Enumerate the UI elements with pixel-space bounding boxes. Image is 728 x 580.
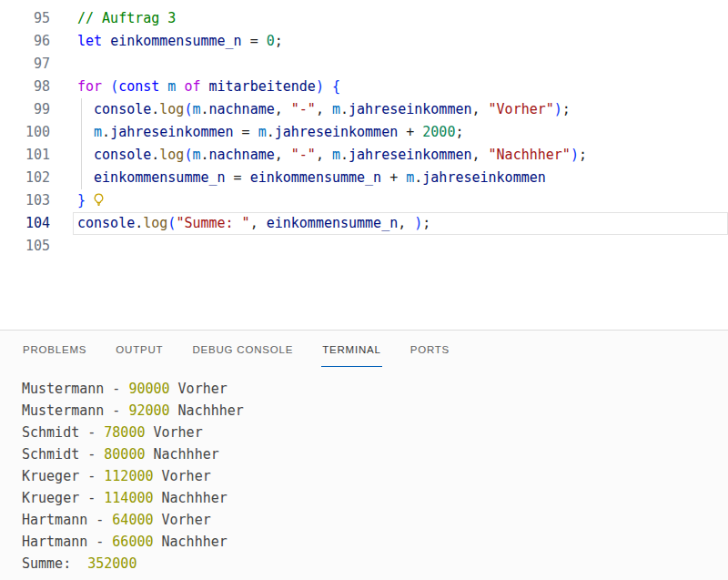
tk-var: einkommensumme_n bbox=[110, 33, 242, 49]
code-line[interactable]: 96let einkommensumme_n = 0; bbox=[0, 30, 728, 53]
bottom-panel: PROBLEMSOUTPUTDEBUG CONSOLETERMINALPORTS… bbox=[0, 330, 728, 580]
token: . bbox=[102, 124, 110, 140]
tk-var: nachname bbox=[209, 101, 275, 117]
token: . bbox=[200, 101, 208, 117]
token: , bbox=[316, 147, 332, 163]
line-number: 99 bbox=[0, 98, 50, 121]
tk-var: jahreseinkommen bbox=[110, 124, 233, 140]
token: . bbox=[200, 147, 208, 163]
code-line[interactable]: 97 bbox=[0, 53, 728, 76]
tk-fn: log bbox=[159, 101, 184, 117]
terminal-line: Schmidt - 80000 Nachhher bbox=[22, 443, 728, 465]
code-editor[interactable]: 9495// Auftrag 396let einkommensumme_n =… bbox=[0, 0, 728, 330]
tl-num: 80000 bbox=[104, 446, 145, 463]
code-text: einkommensumme_n = einkommensumme_n + m.… bbox=[77, 167, 546, 189]
code-text: console.log("Summe: ", einkommensumme_n,… bbox=[77, 212, 430, 235]
token: Hartmann - bbox=[22, 534, 112, 550]
token: = bbox=[226, 169, 250, 186]
tk-ctrl: of bbox=[184, 78, 200, 95]
terminal-output[interactable]: Mustermann - 90000 VorherMustermann - 92… bbox=[0, 367, 728, 575]
tk-br: ) bbox=[316, 78, 324, 95]
token: + bbox=[381, 169, 406, 186]
tab-debug-console[interactable]: DEBUG CONSOLE bbox=[191, 331, 294, 367]
token: = bbox=[242, 33, 267, 49]
terminal-line: Krueger - 114000 Nachhher bbox=[22, 487, 728, 509]
tab-terminal[interactable]: TERMINAL bbox=[321, 331, 382, 367]
token: Nachhher bbox=[154, 490, 228, 506]
token: . bbox=[267, 124, 275, 140]
code-line[interactable]: 95// Auftrag 3 bbox=[0, 7, 728, 30]
tk-cvar: m bbox=[406, 169, 414, 186]
token: Hartmann - bbox=[22, 512, 112, 528]
token: Nachhher bbox=[154, 534, 228, 550]
token: , bbox=[398, 215, 414, 231]
code-text: } bbox=[77, 189, 106, 212]
terminal-line: Hartmann - 66000 Nachhher bbox=[22, 531, 728, 553]
token: . bbox=[151, 147, 159, 163]
token: , bbox=[275, 101, 291, 117]
token bbox=[200, 78, 208, 95]
tab-output[interactable]: OUTPUT bbox=[115, 331, 164, 367]
tk-var: jahreseinkommen bbox=[349, 101, 471, 117]
token: Mustermann - bbox=[22, 381, 128, 397]
tk-str: "-" bbox=[291, 147, 316, 163]
code-line[interactable]: 94 bbox=[0, 0, 728, 7]
tk-br: { bbox=[332, 78, 340, 95]
tk-str: "Nachhher" bbox=[489, 147, 571, 163]
tk-cvar: m bbox=[332, 147, 340, 163]
tl-num: 78000 bbox=[104, 424, 145, 441]
editor-lines: 9495// Auftrag 396let einkommensumme_n =… bbox=[0, 0, 728, 258]
token: Vorher bbox=[154, 512, 211, 528]
code-text: console.log(m.nachname, "-", m.jahresein… bbox=[77, 98, 571, 121]
code-line[interactable]: 104console.log("Summe: ", einkommensumme… bbox=[0, 212, 728, 235]
tk-var: nachname bbox=[209, 147, 275, 163]
code-line[interactable]: 99 console.log(m.nachname, "-", m.jahres… bbox=[0, 98, 728, 121]
token: Nachhher bbox=[170, 402, 244, 419]
lightbulb-icon[interactable] bbox=[92, 192, 106, 207]
token bbox=[159, 78, 167, 95]
tk-br: ) bbox=[414, 215, 422, 231]
tl-num: 114000 bbox=[104, 490, 153, 506]
line-number: 97 bbox=[0, 53, 50, 76]
token: . bbox=[340, 101, 349, 117]
code-text: // Auftrag 3 bbox=[77, 7, 176, 30]
tk-fn: log bbox=[159, 147, 184, 163]
tk-kw: const bbox=[118, 78, 159, 95]
token bbox=[324, 78, 332, 95]
code-text: console.log(m.nachname, "-", m.jahresein… bbox=[77, 144, 587, 167]
token bbox=[102, 78, 110, 95]
tab-ports[interactable]: PORTS bbox=[410, 331, 450, 367]
tk-kw: let bbox=[77, 33, 102, 49]
code-line[interactable]: 102 einkommensumme_n = einkommensumme_n … bbox=[0, 167, 728, 189]
code-line[interactable]: 100 m.jahreseinkommen = m.jahreseinkomme… bbox=[0, 121, 728, 144]
token: Krueger - bbox=[22, 490, 104, 506]
tl-num: 112000 bbox=[104, 468, 153, 484]
tab-problems[interactable]: PROBLEMS bbox=[22, 331, 87, 367]
tk-br: ) bbox=[571, 147, 579, 163]
tk-br: ( bbox=[110, 78, 118, 95]
token: ; bbox=[422, 215, 430, 231]
code-line[interactable]: 103} bbox=[0, 189, 728, 212]
line-number: 102 bbox=[0, 167, 50, 189]
token: , bbox=[472, 147, 489, 163]
code-line[interactable]: 101 console.log(m.nachname, "-", m.jahre… bbox=[0, 144, 728, 167]
token: Vorher bbox=[170, 381, 228, 397]
code-text: m.jahreseinkommen = m.jahreseinkommen + … bbox=[77, 121, 463, 144]
code-line[interactable]: 105 bbox=[0, 235, 728, 258]
token bbox=[102, 33, 110, 49]
code-text: let einkommensumme_n = 0; bbox=[77, 30, 283, 53]
code-line[interactable]: 98for (const m of mitarbeitende) { bbox=[0, 76, 728, 98]
code-text: for (const m of mitarbeitende) { bbox=[77, 76, 340, 98]
token: , bbox=[316, 101, 332, 117]
token: Schmidt - bbox=[22, 446, 104, 463]
token: . bbox=[135, 215, 143, 231]
line-number: 100 bbox=[0, 121, 50, 144]
line-number: 103 bbox=[0, 189, 50, 212]
token: , bbox=[275, 147, 291, 163]
tk-fn: log bbox=[143, 215, 167, 231]
tl-num: 90000 bbox=[128, 381, 169, 397]
token: . bbox=[414, 169, 422, 186]
tl-num: 66000 bbox=[112, 534, 153, 550]
token: Mustermann - bbox=[22, 402, 128, 419]
tk-var: jahreseinkommen bbox=[349, 147, 471, 163]
